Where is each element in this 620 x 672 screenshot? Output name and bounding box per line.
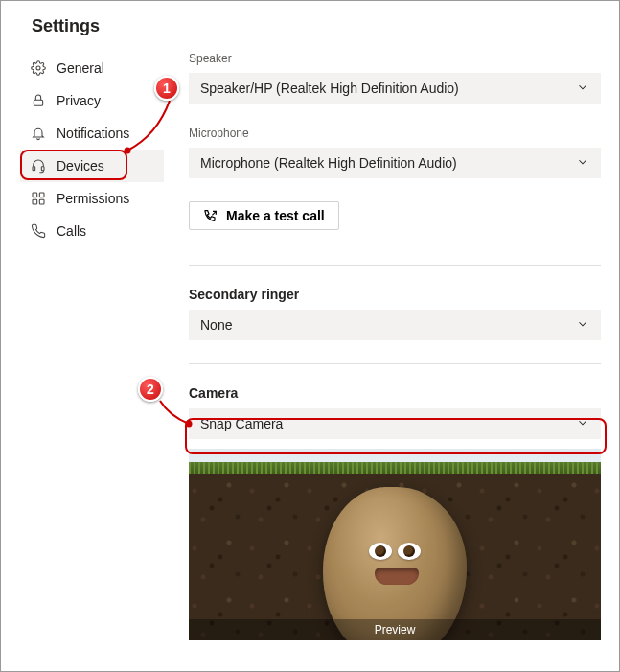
chevron-down-icon xyxy=(576,155,589,172)
chevron-down-icon xyxy=(576,81,589,97)
lock-icon xyxy=(30,92,47,109)
microphone-label: Microphone xyxy=(189,127,604,140)
svg-rect-5 xyxy=(39,193,44,197)
sidebar-item-general[interactable]: General xyxy=(20,52,164,84)
microphone-dropdown-value: Microphone (Realtek High Definition Audi… xyxy=(200,155,457,171)
speaker-dropdown[interactable]: Speaker/HP (Realtek High Definition Audi… xyxy=(189,73,601,104)
speaker-dropdown-value: Speaker/HP (Realtek High Definition Audi… xyxy=(200,81,459,96)
page-title: Settings xyxy=(1,1,619,52)
annotation-badge-1: 1 xyxy=(154,76,179,101)
svg-rect-7 xyxy=(39,199,44,204)
microphone-dropdown[interactable]: Microphone (Realtek High Definition Audi… xyxy=(189,148,601,178)
settings-sidebar: General Privacy Notifications Devices Pe xyxy=(1,52,164,640)
svg-rect-4 xyxy=(33,193,37,197)
chevron-down-icon xyxy=(576,416,589,432)
make-test-call-button[interactable]: Make a test call xyxy=(189,201,339,230)
bell-icon xyxy=(30,125,47,142)
secondary-ringer-value: None xyxy=(200,317,232,333)
svg-rect-2 xyxy=(33,167,35,171)
make-test-call-label: Make a test call xyxy=(226,208,325,223)
preview-label: Preview xyxy=(189,619,601,640)
svg-rect-1 xyxy=(34,100,42,105)
sidebar-item-calls[interactable]: Calls xyxy=(20,215,164,247)
sidebar-item-label: Privacy xyxy=(57,93,101,108)
secondary-ringer-label: Secondary ringer xyxy=(189,287,604,302)
svg-rect-6 xyxy=(33,199,37,204)
camera-dropdown-value: Snap Camera xyxy=(200,416,283,431)
sidebar-item-label: Calls xyxy=(57,223,86,239)
divider xyxy=(189,363,601,364)
sidebar-item-permissions[interactable]: Permissions xyxy=(20,182,164,215)
svg-rect-3 xyxy=(41,167,44,171)
sidebar-item-label: Permissions xyxy=(57,191,129,206)
sidebar-item-notifications[interactable]: Notifications xyxy=(20,117,164,150)
secondary-ringer-dropdown[interactable]: None xyxy=(189,310,601,340)
camera-preview-avatar xyxy=(323,487,467,640)
headset-icon xyxy=(30,157,47,174)
sidebar-item-label: General xyxy=(57,60,104,76)
call-forward-icon xyxy=(203,208,218,223)
camera-preview: Preview xyxy=(189,449,601,640)
sidebar-item-privacy[interactable]: Privacy xyxy=(20,84,164,117)
camera-label: Camera xyxy=(189,385,604,401)
divider xyxy=(189,265,601,266)
svg-point-0 xyxy=(36,66,40,70)
annotation-badge-2: 2 xyxy=(138,377,163,402)
speaker-label: Speaker xyxy=(189,52,604,65)
chevron-down-icon xyxy=(576,317,589,334)
sidebar-item-label: Devices xyxy=(57,158,104,174)
sidebar-item-devices[interactable]: Devices xyxy=(20,150,164,182)
phone-icon xyxy=(30,222,47,240)
sidebar-item-label: Notifications xyxy=(57,126,129,141)
gear-icon xyxy=(30,59,47,77)
grid-icon xyxy=(30,190,47,207)
camera-dropdown[interactable]: Snap Camera xyxy=(189,408,601,439)
settings-main-panel: Speaker Speaker/HP (Realtek High Definit… xyxy=(164,52,619,640)
